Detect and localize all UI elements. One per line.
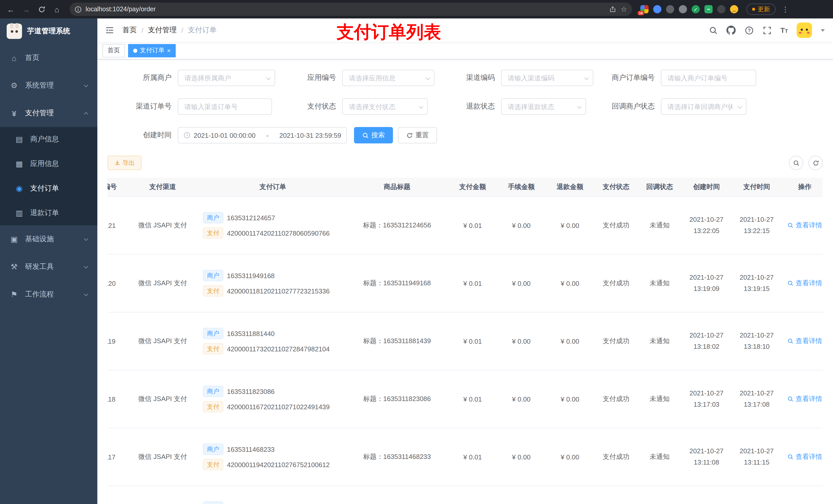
col-create-time: 创建时间 xyxy=(681,178,732,196)
date-separator: - xyxy=(259,131,276,139)
merchant-card-icon: ▤ xyxy=(15,135,24,144)
view-detail-link[interactable]: 查看详情 xyxy=(787,337,822,346)
cell-create-time: 2021-10-2713:17:03 xyxy=(681,370,732,428)
field-label: 渠道编码 xyxy=(434,73,501,82)
channel-code-select[interactable] xyxy=(501,70,593,86)
sidebar-item-app-info[interactable]: ▦ 应用信息 xyxy=(0,152,97,176)
tab-home[interactable]: 首页 xyxy=(102,44,125,57)
view-detail-link[interactable]: 查看详情 xyxy=(787,221,822,230)
caret-down-icon[interactable] xyxy=(821,29,825,31)
ext-icon-5[interactable]: ✓ xyxy=(692,5,700,13)
user-avatar[interactable] xyxy=(796,23,812,38)
cell-channel: 微信 JSAPI 支付 xyxy=(125,254,200,312)
sidebar-item-system[interactable]: ⚙ 系统管理 xyxy=(0,72,97,99)
cell-amount: ¥ 0.01 xyxy=(448,254,497,312)
ext-icon-6[interactable]: •• xyxy=(705,5,713,13)
cell-channel: 微信 JSAPI 支付 xyxy=(125,370,200,428)
refresh-button[interactable] xyxy=(808,156,823,170)
sidebar-item-pay-order[interactable]: ◉ 支付订单 xyxy=(0,176,97,201)
export-button[interactable]: 导出 xyxy=(108,156,141,170)
merchant-order-no: 1635311823086 xyxy=(227,387,275,395)
page-content: 所属商户 应用编号 渠道编码 商户订单编号 xyxy=(97,59,833,504)
tabs-bar: 首页 支付订单 × xyxy=(97,42,833,59)
toggle-search-button[interactable] xyxy=(789,156,803,170)
ext-icon-3[interactable] xyxy=(666,5,674,13)
ext-icon-7[interactable] xyxy=(717,5,725,13)
pay-order-no: 4200001174202110278060590766 xyxy=(227,229,330,237)
sidebar-item-home[interactable]: ⌂ 首页 xyxy=(0,44,97,72)
clock-icon xyxy=(184,131,191,139)
cell-id: 121 xyxy=(108,196,125,254)
reload-icon[interactable] xyxy=(35,3,48,16)
workflow-icon: ⚑ xyxy=(10,290,19,299)
cell-pay-time: 2021-10-2713:11:15 xyxy=(732,428,782,486)
back-icon[interactable]: ← xyxy=(4,3,18,16)
sidebar-item-merchant-info[interactable]: ▤ 商户信息 xyxy=(0,127,97,152)
cell-id: 120 xyxy=(108,254,125,312)
cell-create-time: 2021-10-2713:11:08 xyxy=(681,428,732,486)
sidebar-item-infrastructure[interactable]: ▣ 基础设施 xyxy=(0,225,97,253)
field-label: 支付状态 xyxy=(275,102,342,111)
bookmark-star-icon[interactable]: ☆ xyxy=(621,5,627,13)
font-size-icon[interactable]: TT xyxy=(781,26,788,34)
search-button[interactable]: 搜索 xyxy=(354,127,393,143)
sidebar-item-dev-tools[interactable]: ⚒ 研发工具 xyxy=(0,253,97,281)
field-label: 所属商户 xyxy=(108,73,178,82)
share-icon[interactable] xyxy=(610,6,617,13)
sidebar-item-label: 基础设施 xyxy=(25,235,54,244)
reset-button[interactable]: 重置 xyxy=(398,127,437,143)
browser-profile-avatar[interactable]: ‿ xyxy=(730,5,738,13)
address-bar[interactable]: localhost:1024/pay/order ☆ xyxy=(70,3,632,16)
channel-order-no-input[interactable] xyxy=(178,98,272,115)
pay-submenu: ▤ 商户信息 ▦ 应用信息 ◉ 支付订单 ▥ 退款订单 xyxy=(0,127,97,225)
date-end[interactable]: 2021-10-31 23:59:59 xyxy=(280,131,341,139)
sidebar-item-refund-order[interactable]: ▥ 退款订单 xyxy=(0,201,97,225)
merchant-order-no-input[interactable] xyxy=(661,70,756,86)
sidebar-item-label: 支付订单 xyxy=(30,184,59,193)
ext-icon-2[interactable] xyxy=(653,5,661,13)
browser-chrome: ← → ⌂ localhost:1024/pay/order ☆ 10 ✓ xyxy=(0,0,833,19)
ext-icon-1[interactable]: 10 xyxy=(640,5,648,13)
site-info-icon[interactable] xyxy=(75,6,81,13)
tab-pay-order[interactable]: 支付订单 × xyxy=(128,44,176,57)
cell-channel: 微信 JSAPI 支付 xyxy=(125,428,200,486)
notify-status-select[interactable] xyxy=(661,98,746,115)
close-icon[interactable]: × xyxy=(167,47,171,53)
help-icon[interactable]: ? xyxy=(745,26,754,35)
forward-icon[interactable]: → xyxy=(20,3,33,16)
merchant-select[interactable] xyxy=(178,70,275,86)
browser-menu-icon[interactable]: ⋮ xyxy=(782,5,789,13)
view-detail-link[interactable]: 查看详情 xyxy=(787,452,822,461)
update-button[interactable]: 更新 xyxy=(746,4,776,15)
filter-create-time: 创建时间 2021-10-01 00:00:00 - 2021-10-31 23… xyxy=(108,127,347,143)
sidebar-item-pay[interactable]: ¥ 支付管理 xyxy=(0,99,97,127)
date-start[interactable]: 2021-10-01 00:00:00 xyxy=(194,131,255,139)
pay-order-no: 4200001181202110277723215336 xyxy=(227,287,330,295)
cell-pay-time: 2021-10-2713:19:15 xyxy=(732,254,782,312)
view-detail-link[interactable]: 查看详情 xyxy=(787,279,822,288)
cell-notify: 未通知 xyxy=(638,428,681,486)
col-amount: 支付金额 xyxy=(448,178,497,196)
github-icon[interactable] xyxy=(727,26,736,35)
cell-refund: ¥ 0.00 xyxy=(546,254,594,312)
sidebar-item-workflow[interactable]: ⚑ 工作流程 xyxy=(0,281,97,308)
home-icon[interactable]: ⌂ xyxy=(50,3,64,16)
view-detail-link[interactable]: 查看详情 xyxy=(787,394,822,404)
fullscreen-icon[interactable] xyxy=(763,26,772,35)
breadcrumb-home[interactable]: 首页 xyxy=(122,26,137,35)
breadcrumb-pay[interactable]: 支付管理 xyxy=(148,26,177,35)
ext-icon-4[interactable] xyxy=(679,5,687,13)
app-select[interactable] xyxy=(342,70,434,86)
date-range-picker[interactable]: 2021-10-01 00:00:00 - 2021-10-31 23:59:5… xyxy=(178,127,347,143)
filter-row-3: 创建时间 2021-10-01 00:00:00 - 2021-10-31 23… xyxy=(108,127,823,143)
cell-order: 商户1635311468233 支付4200001194202110276752… xyxy=(200,428,346,486)
cell-refund: ¥ 0.00 xyxy=(546,370,594,428)
col-order: 支付订单 xyxy=(200,178,346,196)
pay-status-select[interactable] xyxy=(342,98,428,115)
search-icon[interactable] xyxy=(709,26,718,35)
cell-notify: 未通知 xyxy=(638,254,681,312)
refund-status-select[interactable] xyxy=(501,98,586,115)
hamburger-icon[interactable] xyxy=(105,26,114,35)
cell-notify: 未通知 xyxy=(638,370,681,428)
filter-app: 应用编号 xyxy=(275,70,434,86)
